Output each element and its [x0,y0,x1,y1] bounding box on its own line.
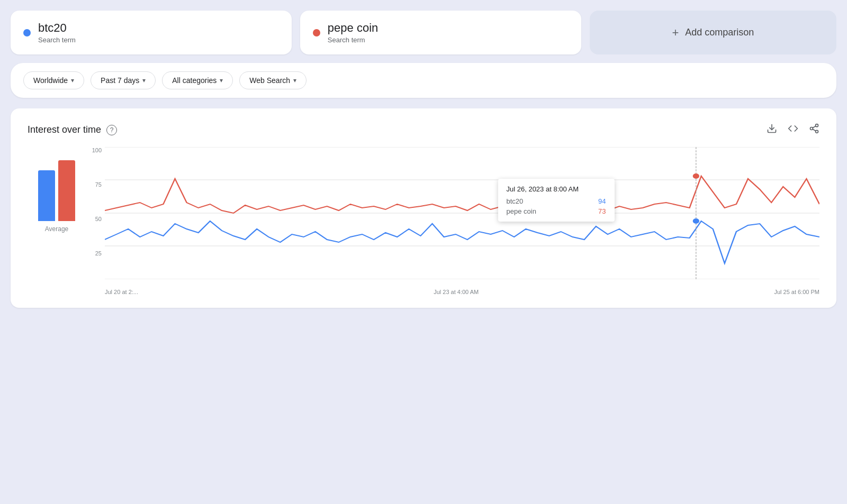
categories-filter-label: All categories [172,76,217,85]
term2-dot [313,29,320,36]
plus-icon: + [672,26,679,40]
tooltip-val-btc20: 94 [598,197,606,205]
tooltip-row-btc20: btc20 94 [507,197,606,205]
term1-label: Search term [38,36,76,44]
term1-info: btc20 Search term [38,21,76,44]
x-label-3: Jul 25 at 6:00 PM [774,289,819,295]
chart-svg-wrapper: Jul 26, 2023 at 8:00 AM btc20 94 pepe co… [105,147,819,279]
tooltip-val-pepe: 73 [598,207,606,215]
x-label-2: Jul 23 at 4:00 AM [434,289,479,295]
x-axis: Jul 20 at 2:... Jul 23 at 4:00 AM Jul 25… [105,285,819,295]
tooltip-term-btc20: btc20 [507,197,524,205]
svg-line-5 [813,126,816,127]
term1-card: btc20 Search term [11,11,292,54]
searchtype-filter-label: Web Search [249,76,290,85]
term2-info: pepe coin Search term [328,21,378,44]
avg-bar-pepe [58,160,75,221]
embed-icon[interactable] [788,123,798,136]
tooltip-dot-blue [693,218,699,224]
chart-section: Interest over time ? [11,108,836,308]
term2-card: pepe coin Search term [300,11,581,54]
avg-bar-btc20 [38,170,55,221]
chart-svg [105,147,819,279]
chart-container: Average 100 75 50 25 [28,147,819,295]
y-axis: 100 75 50 25 [86,147,105,295]
search-terms-section: btc20 Search term pepe coin Search term … [11,11,836,54]
line-chart-area: 100 75 50 25 [86,147,819,295]
location-filter[interactable]: Worldwide ▾ [23,71,84,89]
timerange-filter-label: Past 7 days [101,76,139,85]
chart-header: Interest over time ? [28,123,819,136]
chart-title-area: Interest over time ? [28,124,117,135]
filters-bar: Worldwide ▾ Past 7 days ▾ All categories… [11,63,836,98]
x-label-1: Jul 20 at 2:... [105,289,138,295]
tooltip-term-pepe: pepe coin [507,207,536,215]
avg-bars [38,147,75,221]
y-label-25: 25 [86,250,105,256]
help-icon[interactable]: ? [106,125,117,135]
location-filter-label: Worldwide [33,76,68,85]
add-comparison-button[interactable]: + Add comparison [590,11,836,54]
btc20-line [105,221,819,263]
term2-name: pepe coin [328,21,378,35]
term1-name: btc20 [38,21,76,35]
avg-label: Average [45,225,68,233]
categories-filter[interactable]: All categories ▾ [162,71,233,89]
term2-label: Search term [328,36,378,44]
tooltip: Jul 26, 2023 at 8:00 AM btc20 94 pepe co… [498,179,615,222]
y-label-100: 100 [86,147,105,153]
tooltip-row-pepe: pepe coin 73 [507,207,606,215]
add-comparison-label: Add comparison [685,27,754,38]
pepe-line [105,176,819,213]
timerange-filter[interactable]: Past 7 days ▾ [91,71,156,89]
chevron-down-icon: ▾ [220,77,223,84]
searchtype-filter[interactable]: Web Search ▾ [239,71,307,89]
download-icon[interactable] [767,123,777,136]
y-label-50: 50 [86,216,105,222]
svg-line-4 [813,129,816,131]
tooltip-dot-red [693,173,699,179]
avg-section: Average [28,147,86,295]
chart-title: Interest over time [28,124,101,135]
chevron-down-icon: ▾ [142,77,146,84]
share-icon[interactable] [809,123,819,136]
chevron-down-icon: ▾ [293,77,296,84]
chevron-down-icon: ▾ [71,77,74,84]
y-label-75: 75 [86,181,105,188]
tooltip-date: Jul 26, 2023 at 8:00 AM [507,185,606,193]
term1-dot [23,29,31,36]
chart-actions [767,123,819,136]
